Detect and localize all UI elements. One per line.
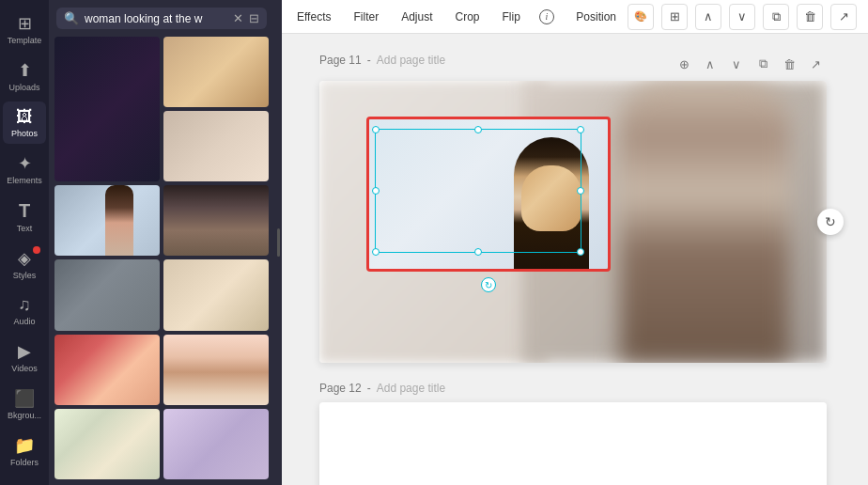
- bkgroup-icon: ⬛: [14, 388, 35, 409]
- list-item[interactable]: [163, 185, 269, 256]
- page-11-export-button[interactable]: ↗: [804, 53, 827, 75]
- search-icon: 🔍: [64, 11, 79, 25]
- delete-button[interactable]: 🗑: [797, 4, 823, 30]
- sidebar-item-label: Videos: [11, 364, 37, 373]
- sidebar-item-label: Bkgrou...: [8, 411, 41, 420]
- list-item[interactable]: [163, 335, 269, 405]
- sidebar-item-label: Uploads: [8, 83, 39, 92]
- adjust-button[interactable]: Adjust: [397, 8, 436, 25]
- handle-top-right[interactable]: [577, 126, 584, 133]
- crop-button[interactable]: Crop: [452, 8, 484, 25]
- duplicate-button[interactable]: ⧉: [763, 4, 789, 30]
- search-bar-container: 🔍 ✕ ⊟: [56, 8, 267, 29]
- search-input[interactable]: [85, 12, 227, 25]
- page-11-delete-button[interactable]: 🗑: [778, 53, 800, 75]
- page-11-add-button[interactable]: ⊕: [673, 53, 695, 75]
- videos-icon: ▶: [18, 341, 31, 362]
- sidebar-item-label: Photos: [11, 129, 38, 138]
- page-11-canvas[interactable]: ↻ ↻: [319, 81, 827, 363]
- list-item[interactable]: [54, 259, 160, 330]
- toolbar-right: Position 🎨 ⊞ ∧ ∨ ⧉ 🗑 ↗: [572, 4, 857, 30]
- sidebar-item-styles[interactable]: ◈ Styles: [3, 242, 46, 286]
- sidebar-item-label: Audio: [13, 317, 35, 326]
- text-icon: T: [19, 200, 30, 222]
- page-12-label: Page 12 - Add page title: [319, 382, 827, 395]
- filter-button[interactable]: ⊟: [249, 11, 259, 25]
- list-item[interactable]: [54, 409, 160, 479]
- page-11-add-title[interactable]: Add page title: [377, 54, 445, 67]
- page-12-container: Page 12 - Add page title: [319, 382, 827, 485]
- crop-outline: [375, 129, 581, 253]
- grid-button[interactable]: ⊞: [661, 4, 688, 30]
- handle-bottom-middle[interactable]: [474, 248, 482, 256]
- list-item[interactable]: [163, 259, 269, 330]
- handle-top-middle[interactable]: [474, 126, 482, 133]
- sidebar-item-label: Text: [17, 224, 33, 233]
- page-11-number: Page 11: [319, 54, 362, 67]
- bg-woman-blur: [620, 81, 789, 363]
- sidebar-item-template[interactable]: ⊞ Template: [3, 8, 46, 51]
- page-11-duplicate-button[interactable]: ⧉: [752, 53, 774, 75]
- photo-grid: [49, 37, 274, 485]
- page-11-actions: ⊕ ∧ ∨ ⧉ 🗑 ↗: [673, 53, 827, 75]
- panel-resize-handle[interactable]: [274, 0, 282, 485]
- sidebar-item-photos[interactable]: 🖼 Photos: [3, 102, 46, 144]
- color-picker-button[interactable]: 🎨: [628, 4, 654, 30]
- sidebar-item-elements[interactable]: ✦ Elements: [3, 148, 46, 191]
- sidebar-item-label: Elements: [7, 176, 42, 185]
- share-button[interactable]: ↗: [830, 4, 857, 30]
- sidebar-item-label: Styles: [13, 271, 37, 280]
- page-12-add-title[interactable]: Add page title: [377, 382, 445, 395]
- sidebar-item-videos[interactable]: ▶ Videos: [3, 336, 46, 379]
- page-11-container: Page 11 - Add page title ⊕ ∧ ∨ ⧉ 🗑 ↗: [319, 53, 827, 363]
- photos-icon: 🖼: [16, 107, 33, 127]
- page-11-label: Page 11 - Add page title: [319, 54, 445, 67]
- page-11-up-button[interactable]: ∧: [699, 53, 721, 75]
- page-12-canvas[interactable]: [319, 402, 827, 485]
- sidebar-item-label: Folders: [10, 458, 39, 467]
- sidebar: ⊞ Template ⬆ Uploads 🖼 Photos ✦ Elements…: [0, 0, 49, 485]
- rotate-handle[interactable]: ↻: [481, 277, 496, 292]
- handle-bottom-right[interactable]: [577, 248, 584, 256]
- elements-icon: ✦: [18, 153, 32, 174]
- sidebar-item-bkgroup[interactable]: ⬛ Bkgrou...: [3, 383, 46, 426]
- page-12-number: Page 12: [319, 382, 362, 395]
- main-area: Effects Filter Adjust Crop Flip i Positi…: [282, 0, 868, 485]
- sidebar-item-more[interactable]: ••• More: [3, 477, 46, 485]
- sidebar-item-uploads[interactable]: ⬆ Uploads: [3, 55, 46, 98]
- sidebar-item-folders[interactable]: 📁 Folders: [3, 430, 46, 473]
- chevron-down-button[interactable]: ∨: [729, 4, 755, 30]
- styles-icon: ◈: [18, 248, 31, 269]
- canvas-area: Page 11 - Add page title ⊕ ∧ ∨ ⧉ 🗑 ↗: [282, 34, 868, 485]
- handle-bottom-left[interactable]: [372, 248, 380, 256]
- list-item[interactable]: [163, 409, 269, 479]
- position-button[interactable]: Position: [572, 8, 620, 25]
- handle-top-left[interactable]: [372, 126, 380, 133]
- template-icon: ⊞: [18, 13, 32, 34]
- list-item[interactable]: [54, 185, 160, 256]
- uploads-icon: ⬆: [18, 60, 32, 81]
- filter-button[interactable]: Filter: [349, 8, 382, 25]
- list-item[interactable]: [163, 111, 269, 181]
- toolbar: Effects Filter Adjust Crop Flip i Positi…: [282, 0, 868, 34]
- canvas-side-button[interactable]: ↻: [817, 209, 844, 235]
- page-11-header: Page 11 - Add page title ⊕ ∧ ∨ ⧉ 🗑 ↗: [319, 53, 827, 75]
- effects-button[interactable]: Effects: [293, 8, 334, 25]
- flip-button[interactable]: Flip: [499, 8, 524, 25]
- handle-left-middle[interactable]: [372, 187, 380, 195]
- handle-right-middle[interactable]: [577, 187, 584, 195]
- search-panel: 🔍 ✕ ⊟: [49, 0, 274, 485]
- list-item[interactable]: [54, 335, 160, 405]
- info-icon[interactable]: i: [539, 9, 554, 24]
- audio-icon: ♫: [18, 295, 31, 315]
- page-11-down-button[interactable]: ∨: [725, 53, 748, 75]
- sidebar-item-label: Template: [8, 36, 42, 45]
- list-item[interactable]: [54, 37, 160, 181]
- list-item[interactable]: [163, 37, 269, 107]
- folders-icon: 📁: [14, 435, 35, 456]
- clear-search-button[interactable]: ✕: [233, 11, 243, 25]
- sidebar-item-audio[interactable]: ♫ Audio: [3, 289, 46, 332]
- sidebar-item-text[interactable]: T Text: [3, 195, 46, 239]
- selected-image-frame[interactable]: ↻: [366, 117, 611, 272]
- chevron-up-button[interactable]: ∧: [695, 4, 721, 30]
